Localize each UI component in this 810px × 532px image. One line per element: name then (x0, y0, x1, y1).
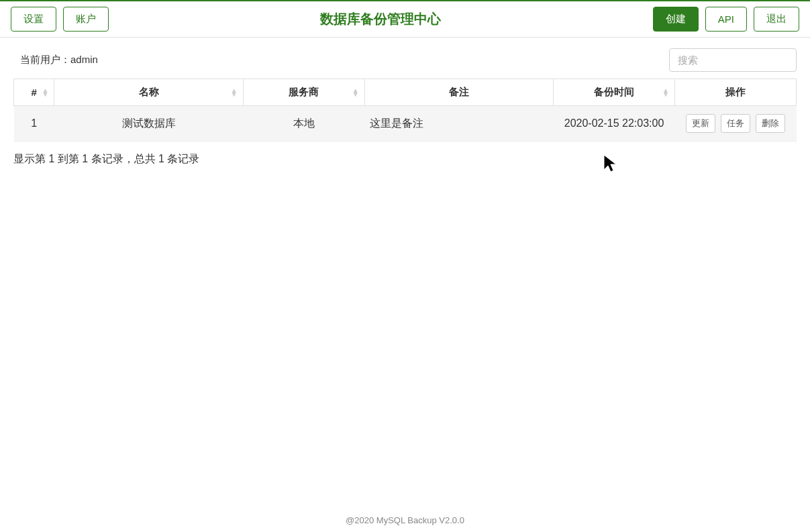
column-backup-time-label: 备份时间 (594, 86, 634, 97)
column-provider[interactable]: 服务商 ▲▼ (243, 79, 364, 106)
column-provider-label: 服务商 (289, 86, 319, 97)
cell-remark: 这里是备注 (364, 106, 553, 142)
subheader: 当前用户：admin (0, 38, 810, 78)
header-right-group: 创建 API 退出 (653, 7, 799, 32)
header: 设置 账户 数据库备份管理中心 创建 API 退出 (0, 0, 810, 38)
table-container: # ▲▼ 名称 ▲▼ 服务商 ▲▼ 备注 备份时间 ▲▼ (0, 78, 810, 142)
column-index[interactable]: # ▲▼ (14, 79, 54, 106)
cell-backup-time: 2020-02-15 22:03:00 (554, 106, 675, 142)
cell-provider: 本地 (243, 106, 364, 142)
create-button[interactable]: 创建 (653, 7, 699, 32)
column-remark-label: 备注 (449, 86, 469, 97)
cell-name: 测试数据库 (54, 106, 243, 142)
account-button[interactable]: 账户 (63, 7, 109, 32)
header-left-group: 设置 账户 (11, 7, 109, 32)
column-actions: 操作 (675, 79, 797, 106)
delete-button[interactable]: 删除 (756, 114, 785, 133)
sort-icon: ▲▼ (42, 89, 48, 97)
table-row: 1 测试数据库 本地 这里是备注 2020-02-15 22:03:00 更新 … (14, 106, 797, 142)
column-actions-label: 操作 (725, 86, 746, 97)
cell-actions: 更新 任务 删除 (675, 106, 797, 142)
column-remark[interactable]: 备注 (364, 79, 553, 106)
page-title: 数据库备份管理中心 (109, 10, 653, 28)
sort-icon: ▲▼ (231, 89, 238, 97)
task-button[interactable]: 任务 (721, 114, 750, 133)
api-button[interactable]: API (705, 7, 747, 32)
settings-button[interactable]: 设置 (11, 7, 56, 32)
column-name[interactable]: 名称 ▲▼ (54, 79, 243, 106)
backup-table: # ▲▼ 名称 ▲▼ 服务商 ▲▼ 备注 备份时间 ▲▼ (13, 78, 797, 142)
update-button[interactable]: 更新 (686, 114, 715, 133)
column-index-label: # (31, 87, 36, 98)
logout-button[interactable]: 退出 (754, 7, 799, 32)
search-input[interactable] (669, 48, 797, 72)
sort-icon: ▲▼ (662, 89, 669, 97)
sort-icon: ▲▼ (352, 89, 359, 97)
cell-index: 1 (14, 106, 54, 142)
table-footer-text: 显示第 1 到第 1 条记录，总共 1 条记录 (0, 142, 810, 177)
username: admin (70, 54, 98, 65)
user-info: 当前用户：admin (20, 54, 98, 66)
column-backup-time[interactable]: 备份时间 ▲▼ (554, 79, 675, 106)
column-name-label: 名称 (139, 86, 159, 97)
table-header-row: # ▲▼ 名称 ▲▼ 服务商 ▲▼ 备注 备份时间 ▲▼ (14, 79, 797, 106)
user-label: 当前用户： (20, 54, 70, 65)
